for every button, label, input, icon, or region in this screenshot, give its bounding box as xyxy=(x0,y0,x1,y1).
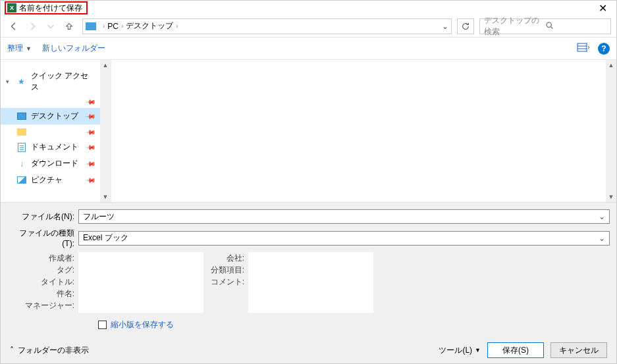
up-button[interactable] xyxy=(61,18,77,34)
filename-input[interactable]: フルーツ xyxy=(78,209,610,224)
back-button[interactable] xyxy=(6,18,22,34)
save-thumbnail-checkbox[interactable] xyxy=(98,321,107,329)
star-icon: ★ xyxy=(16,77,27,86)
chevron-right-icon: › xyxy=(121,22,123,30)
pin-icon: 📌 xyxy=(86,142,96,152)
picture-icon xyxy=(17,176,26,184)
title-bar: X 名前を付けて保存 ✕ xyxy=(1,1,616,15)
chevron-down-icon: ▾ xyxy=(6,78,13,85)
excel-icon: X xyxy=(7,3,16,13)
meta-company-box[interactable] xyxy=(248,252,373,313)
close-button[interactable]: ✕ xyxy=(593,2,612,14)
sidebar-item-folder[interactable]: 📌 xyxy=(1,124,100,139)
save-button[interactable]: 保存(S) xyxy=(487,342,544,358)
title-highlight: X 名前を付けて保存 xyxy=(5,1,88,14)
chevron-down-icon[interactable]: ⌄ xyxy=(442,22,448,31)
chevron-right-icon: › xyxy=(176,22,178,30)
sidebar-item-downloads[interactable]: ↓ ダウンロード 📌 xyxy=(1,155,100,172)
document-icon xyxy=(18,143,26,152)
sidebar-quick-access[interactable]: ▾ ★ クイック アクセス xyxy=(1,68,100,95)
chevron-down-icon: ▼ xyxy=(26,45,32,52)
pin-icon: 📌 xyxy=(86,96,96,107)
tools-dropdown[interactable]: ツール(L) ▼ xyxy=(439,345,481,356)
chevron-up-icon: ˄ xyxy=(10,346,14,355)
view-options-button[interactable] xyxy=(577,42,590,55)
pin-icon: 📌 xyxy=(86,158,96,169)
svg-point-0 xyxy=(547,22,551,27)
save-thumbnail-label[interactable]: 縮小版を保存する xyxy=(111,319,174,330)
file-list[interactable]: ▲ ▼ xyxy=(111,60,616,202)
filetype-select[interactable]: Excel ブック xyxy=(78,231,610,246)
meta-labels-right: 会社: 分類項目: コメント: xyxy=(209,252,248,313)
organize-button[interactable]: 整理 ▼ xyxy=(7,43,32,54)
search-icon xyxy=(545,21,606,32)
toolbar: 整理 ▼ 新しいフォルダー ? xyxy=(1,38,616,60)
forward-button[interactable] xyxy=(24,18,40,34)
meta-author-box[interactable] xyxy=(78,252,203,313)
nav-bar: › PC › デスクトップ › ⌄ デスクトップの検索 xyxy=(1,15,616,38)
footer: ˄ フォルダーの非表示 ツール(L) ▼ 保存(S) キャンセル xyxy=(1,337,616,363)
sidebar: ▾ ★ クイック アクセス 📌 デスクトップ 📌 📌 ドキュメント xyxy=(1,60,111,202)
new-folder-button[interactable]: 新しいフォルダー xyxy=(42,43,105,54)
pc-icon xyxy=(86,22,96,30)
window-title: 名前を付けて保存 xyxy=(19,3,82,14)
help-button[interactable]: ? xyxy=(598,43,610,55)
filename-label: ファイル名(N): xyxy=(7,211,78,222)
scroll-down-icon[interactable]: ▼ xyxy=(100,192,111,202)
breadcrumb[interactable]: › PC › デスクトップ › ⌄ xyxy=(82,18,452,34)
filetype-label: ファイルの種類(T): xyxy=(7,228,78,248)
monitor-icon xyxy=(17,113,26,120)
pin-icon: 📌 xyxy=(86,174,96,185)
main-area: ▾ ★ クイック アクセス 📌 デスクトップ 📌 📌 ドキュメント xyxy=(1,60,616,202)
chevron-right-icon: › xyxy=(103,22,105,30)
sidebar-item-pictures[interactable]: ピクチャ 📌 xyxy=(1,172,100,188)
svg-rect-1 xyxy=(577,43,587,51)
download-icon: ↓ xyxy=(16,159,27,169)
recent-dropdown[interactable] xyxy=(43,18,59,34)
refresh-button[interactable] xyxy=(457,18,474,34)
search-input[interactable]: デスクトップの検索 xyxy=(479,18,611,34)
meta-labels-left: 作成者: タグ: タイトル: 件名: マネージャー: xyxy=(7,252,78,313)
folder-icon xyxy=(17,128,26,136)
sidebar-item-documents[interactable]: ドキュメント 📌 xyxy=(1,139,100,155)
breadcrumb-root[interactable]: PC xyxy=(107,22,119,31)
pin-icon: 📌 xyxy=(86,126,96,137)
scroll-down-icon[interactable]: ▼ xyxy=(606,192,616,202)
breadcrumb-current[interactable]: デスクトップ xyxy=(126,20,173,32)
cancel-button[interactable]: キャンセル xyxy=(550,342,607,358)
scroll-up-icon[interactable]: ▲ xyxy=(606,60,616,70)
search-placeholder: デスクトップの検索 xyxy=(484,15,545,38)
scroll-up-icon[interactable]: ▲ xyxy=(100,60,111,70)
sidebar-item-desktop[interactable]: デスクトップ 📌 xyxy=(1,108,100,124)
save-form: ファイル名(N): フルーツ ファイルの種類(T): Excel ブック 作成者… xyxy=(1,202,616,337)
content-scrollbar[interactable]: ▲ ▼ xyxy=(606,60,616,202)
sidebar-scrollbar[interactable]: ▲ ▼ xyxy=(100,60,111,202)
hide-folders-button[interactable]: ˄ フォルダーの非表示 xyxy=(10,345,89,356)
pin-icon: 📌 xyxy=(86,111,96,121)
chevron-down-icon: ▼ xyxy=(475,347,481,353)
sidebar-item-pin[interactable]: 📌 xyxy=(1,95,100,108)
